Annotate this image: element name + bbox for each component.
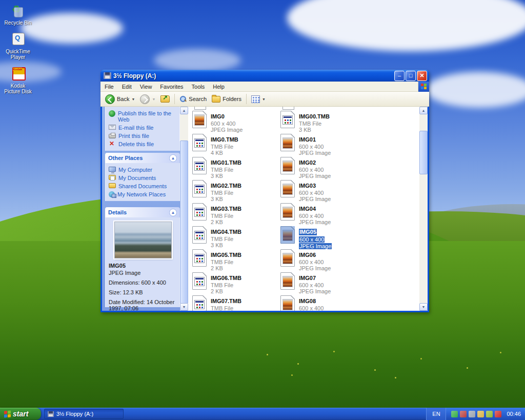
- place-link-mydocs[interactable]: My Documents: [109, 174, 177, 182]
- minimize-button[interactable]: –: [394, 71, 405, 81]
- file-tile-img07.tmb[interactable]: IMG07.TMBTMB File2 KB: [192, 295, 276, 311]
- tmb-file-icon: [192, 157, 207, 174]
- views-dropdown-icon[interactable]: ▼: [262, 97, 266, 101]
- scroll-down-button[interactable]: ▼: [419, 303, 428, 311]
- collapse-chevron-icon[interactable]: ▲: [169, 209, 177, 216]
- desktop-icon-recycle-bin[interactable]: Recycle Bin: [2, 3, 34, 26]
- file-detail-wrap: TMB File: [211, 282, 241, 288]
- file-tile-img05.tmb[interactable]: IMG05.TMBTMB File2 KB: [192, 249, 276, 270]
- antivirus-icon[interactable]: [451, 411, 458, 417]
- cloud: [426, 72, 525, 108]
- back-label: Back: [117, 96, 129, 102]
- file-detail-line: 3 KB: [211, 242, 241, 248]
- file-name: IMG0: [211, 113, 225, 120]
- tmb-file-icon: [192, 180, 207, 197]
- file-tile-img07[interactable]: IMG07600 x 400JPEG Image: [280, 272, 365, 293]
- volume-icon[interactable]: [469, 411, 475, 417]
- collapse-chevron-icon[interactable]: ▲: [169, 154, 177, 162]
- title-bar[interactable]: 3½ Floppy (A:) – □ ✕: [100, 70, 429, 82]
- file-detail-wrap: 2 KB: [211, 265, 241, 271]
- menu-item-edit[interactable]: Edit: [118, 83, 136, 91]
- network-error-icon[interactable]: [460, 411, 467, 417]
- menu-item-file[interactable]: File: [100, 83, 118, 91]
- tmb-thumbnail: [282, 115, 293, 125]
- scrollbar-thumb[interactable]: [419, 131, 428, 174]
- file-tile-img08[interactable]: IMG08600 x 400JPEG Image: [280, 295, 365, 311]
- tmb-file-icon: [192, 295, 207, 311]
- cloud: [287, 0, 525, 51]
- file-detail-line: 600 x 400: [299, 167, 331, 173]
- task-link-email[interactable]: E-mail this file: [109, 124, 177, 132]
- language-indicator[interactable]: EN: [426, 408, 446, 420]
- window-content: Publish this file to the WebE-mail this …: [102, 107, 428, 311]
- menu-item-favorites[interactable]: Favorites: [156, 83, 187, 91]
- views-button[interactable]: ▼: [249, 94, 268, 104]
- file-detail-wrap: 2 KB: [211, 288, 241, 294]
- file-detail-wrap: JPEG Image: [299, 265, 331, 271]
- file-tile-img02.tmb[interactable]: IMG02.TMBTMB File3 KB: [192, 180, 276, 201]
- file-detail-line: 600 x 400: [299, 236, 325, 243]
- file-tile-img00.tmb[interactable]: IMG00.TMBTMB File3 KB: [280, 111, 365, 131]
- scroll-up-button[interactable]: ▲: [419, 107, 428, 114]
- close-button[interactable]: ✕: [417, 71, 427, 81]
- search-icon: [179, 95, 187, 103]
- jpeg-thumbnail: [282, 137, 293, 149]
- file-tile-img03.tmb[interactable]: IMG03.TMBTMB File2 KB: [192, 203, 276, 224]
- file-tile-img01[interactable]: IMG01600 x 400JPEG Image: [280, 134, 365, 154]
- file-detail-wrap: JPEG Image: [299, 196, 331, 202]
- scroll-down-button[interactable]: ▼: [180, 303, 188, 311]
- forward-button[interactable]: ▼: [137, 93, 158, 105]
- place-link-network[interactable]: My Network Places: [109, 190, 177, 198]
- folders-button[interactable]: Folders: [209, 95, 244, 104]
- scrollbar-thumb[interactable]: [180, 141, 188, 304]
- other-places-header[interactable]: Other Places ▲: [105, 153, 180, 163]
- details-header[interactable]: Details ▲: [105, 207, 180, 217]
- file-tile-img04.tmb[interactable]: IMG04.TMBTMB File3 KB: [192, 226, 276, 247]
- menu-item-tools[interactable]: Tools: [188, 83, 209, 91]
- file-tile-img0.tmb[interactable]: IMG0.TMBTMB File4 KB: [192, 134, 276, 154]
- file-tile-text: IMG03.TMBTMB File2 KB: [211, 204, 241, 225]
- menu-item-help[interactable]: Help: [209, 83, 229, 91]
- place-link-computer[interactable]: My Computer: [109, 166, 177, 174]
- file-tile-img05[interactable]: IMG05600 x 400JPEG Image: [280, 226, 365, 247]
- file-tile-text: IMG07.TMBTMB File2 KB: [211, 296, 241, 311]
- security-alert-icon[interactable]: [495, 411, 501, 417]
- file-tile-img03[interactable]: IMG03600 x 400JPEG Image: [280, 180, 365, 201]
- file-detail-line: TMB File: [211, 259, 241, 265]
- recycle-bin-icon: [10, 3, 26, 18]
- file-tile-img02[interactable]: IMG02600 x 400JPEG Image: [280, 157, 365, 177]
- details-file-name: IMG05: [109, 263, 177, 269]
- maximize-button[interactable]: □: [406, 71, 416, 81]
- file-name: IMG00.TMB: [299, 113, 330, 120]
- start-button[interactable]: start: [0, 408, 41, 420]
- file-tile-text: IMG03600 x 400JPEG Image: [299, 181, 331, 202]
- quicktime-icon: [10, 32, 26, 47]
- camera-utility-icon[interactable]: [477, 411, 484, 417]
- task-link-delete[interactable]: Delete this file: [109, 140, 177, 148]
- file-tile-img01.tmb[interactable]: IMG01.TMBTMB File3 KB: [192, 157, 276, 177]
- file-name: IMG01: [299, 136, 316, 143]
- scroll-up-button[interactable]: ▲: [180, 107, 188, 114]
- display-utility-icon[interactable]: [486, 411, 493, 417]
- filelist-scrollbar[interactable]: ▲ ▼: [419, 107, 428, 311]
- desktop-icon-kodak[interactable]: Kodak Picture Disk: [2, 66, 34, 94]
- task-link-label: Print this file: [118, 133, 149, 139]
- taskbar-item-floppy[interactable]: 3½ Floppy (A:): [44, 409, 124, 419]
- taskpane-scrollbar[interactable]: ▲ ▼: [180, 107, 188, 311]
- file-tile-img06[interactable]: IMG06600 x 400JPEG Image: [280, 249, 365, 270]
- task-link-publish[interactable]: Publish this file to the Web: [109, 109, 177, 124]
- up-button[interactable]: [158, 94, 172, 104]
- search-button[interactable]: Search: [177, 94, 209, 104]
- file-tile-img04[interactable]: IMG04600 x 400JPEG Image: [280, 203, 365, 224]
- file-tile-img06.tmb[interactable]: IMG06.TMBTMB File2 KB: [192, 272, 276, 293]
- task-link-print[interactable]: Print this file: [109, 132, 177, 140]
- task-link-label: Delete this file: [118, 141, 154, 147]
- desktop-icon-quicktime[interactable]: QuickTime Player: [2, 32, 34, 60]
- place-link-shared[interactable]: Shared Documents: [109, 182, 177, 190]
- file-detail-wrap: TMB File: [211, 259, 241, 265]
- tmb-thumbnail: [194, 185, 205, 194]
- back-dropdown-icon[interactable]: ▼: [131, 97, 135, 101]
- menu-item-view[interactable]: View: [136, 83, 156, 91]
- back-button[interactable]: Back ▼: [103, 93, 137, 105]
- file-tile-img0[interactable]: IMG0600 x 400JPEG Image: [192, 111, 276, 131]
